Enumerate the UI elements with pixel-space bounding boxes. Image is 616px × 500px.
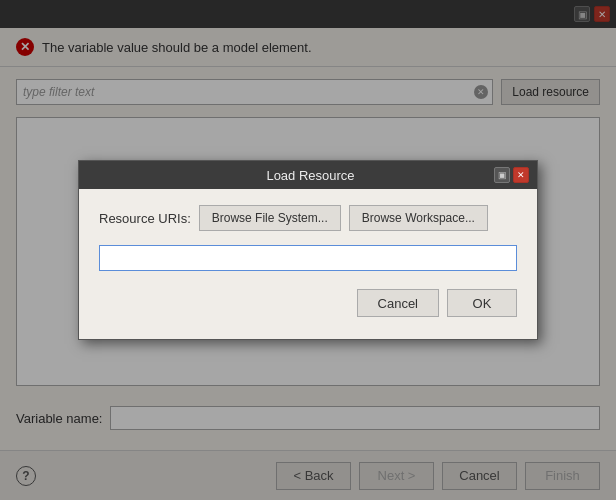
dialog-title: Load Resource: [127, 168, 494, 183]
main-window: ▣ ✕ ✕ The variable value should be a mod…: [0, 0, 616, 500]
dialog-restore-button[interactable]: ▣: [494, 167, 510, 183]
dialog-action-row: Cancel OK: [99, 285, 517, 317]
dialog-cancel-button[interactable]: Cancel: [357, 289, 439, 317]
dialog-body: Resource URIs: Browse File System... Bro…: [79, 189, 537, 333]
dialog-titlebar: Load Resource ▣ ✕: [79, 161, 537, 189]
dialog-ok-button[interactable]: OK: [447, 289, 517, 317]
load-resource-dialog: Load Resource ▣ ✕ Resource URIs: Browse …: [78, 160, 538, 340]
uri-input[interactable]: [99, 245, 517, 271]
resource-uri-row: Resource URIs: Browse File System... Bro…: [99, 205, 517, 231]
modal-overlay: Load Resource ▣ ✕ Resource URIs: Browse …: [0, 0, 616, 500]
dialog-close-button[interactable]: ✕: [513, 167, 529, 183]
resource-uri-label: Resource URIs:: [99, 211, 191, 226]
dialog-titlebar-buttons: ▣ ✕: [494, 167, 529, 183]
browse-filesystem-button[interactable]: Browse File System...: [199, 205, 341, 231]
browse-workspace-button[interactable]: Browse Workspace...: [349, 205, 488, 231]
uri-input-row: [99, 245, 517, 271]
